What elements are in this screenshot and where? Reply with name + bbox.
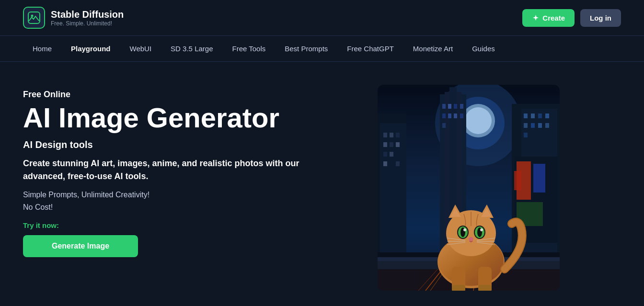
hero-title: AI Image Generator bbox=[23, 103, 358, 133]
svg-point-6 bbox=[465, 107, 492, 134]
main-nav: Home Playground WebUI SD 3.5 Large Free … bbox=[0, 35, 644, 62]
svg-rect-39 bbox=[531, 113, 535, 118]
hero-subtitle: AI Design tools bbox=[23, 139, 358, 150]
header-left: Stable Diffusion Free. Simple. Unlimited… bbox=[23, 7, 124, 29]
free-online-label: Free Online bbox=[23, 90, 358, 100]
hero-image bbox=[378, 85, 560, 291]
svg-rect-22 bbox=[442, 104, 446, 109]
hero-text: Free Online AI Image Generator AI Design… bbox=[23, 85, 358, 257]
brand-tagline: Free. Simple. Unlimited! bbox=[51, 20, 124, 27]
svg-rect-16 bbox=[390, 152, 393, 157]
main-content: Free Online AI Image Generator AI Design… bbox=[0, 62, 644, 291]
svg-rect-14 bbox=[396, 142, 400, 147]
brand-text: Stable Diffusion Free. Simple. Unlimited… bbox=[51, 9, 124, 27]
svg-rect-60 bbox=[452, 285, 465, 291]
header-right: Create Log in bbox=[522, 9, 621, 27]
svg-rect-9 bbox=[383, 133, 387, 137]
svg-rect-15 bbox=[383, 152, 387, 157]
svg-point-73 bbox=[463, 228, 466, 231]
svg-rect-17 bbox=[383, 161, 387, 166]
svg-rect-24 bbox=[454, 104, 457, 109]
header: Stable Diffusion Free. Simple. Unlimited… bbox=[0, 0, 644, 35]
nav-item-playground[interactable]: Playground bbox=[61, 36, 120, 61]
hero-description: Create stunning AI art, images, anime, a… bbox=[23, 157, 301, 183]
svg-rect-28 bbox=[454, 113, 457, 118]
svg-point-75 bbox=[469, 237, 473, 241]
svg-rect-12 bbox=[383, 142, 387, 147]
hero-image-container bbox=[378, 85, 560, 291]
svg-rect-41 bbox=[545, 113, 549, 118]
svg-rect-23 bbox=[448, 104, 451, 109]
nav-item-freetools[interactable]: Free Tools bbox=[223, 36, 276, 61]
svg-rect-44 bbox=[538, 123, 542, 128]
nav-list: Home Playground WebUI SD 3.5 Large Free … bbox=[23, 36, 621, 61]
svg-rect-45 bbox=[524, 133, 528, 137]
svg-rect-38 bbox=[524, 113, 528, 118]
svg-rect-43 bbox=[531, 123, 535, 128]
svg-rect-61 bbox=[478, 285, 492, 291]
nav-item-webui[interactable]: WebUI bbox=[120, 36, 161, 61]
nav-item-sd35large[interactable]: SD 3.5 Large bbox=[161, 36, 222, 61]
svg-rect-30 bbox=[460, 113, 463, 118]
generate-button[interactable]: Generate Image bbox=[23, 235, 138, 257]
svg-rect-42 bbox=[524, 123, 528, 128]
svg-rect-35 bbox=[533, 164, 545, 193]
nav-item-home[interactable]: Home bbox=[23, 36, 61, 61]
hero-nocost: No Cost! bbox=[23, 203, 358, 212]
svg-rect-26 bbox=[442, 113, 446, 118]
nav-item-freechatgpt[interactable]: Free ChatGPT bbox=[337, 36, 403, 61]
svg-rect-25 bbox=[460, 104, 463, 109]
brand-name: Stable Diffusion bbox=[51, 9, 124, 20]
nav-item-monetizeart[interactable]: Monetize Art bbox=[403, 36, 462, 61]
hero-tagline: Simple Prompts, Unlimited Creativity! bbox=[23, 191, 358, 199]
svg-rect-37 bbox=[514, 171, 521, 190]
svg-rect-13 bbox=[390, 142, 393, 147]
svg-rect-40 bbox=[538, 113, 542, 118]
svg-point-74 bbox=[480, 228, 483, 231]
nav-item-guides[interactable]: Guides bbox=[462, 36, 505, 61]
login-button[interactable]: Log in bbox=[580, 9, 621, 27]
svg-rect-18 bbox=[396, 161, 400, 166]
logo-icon bbox=[23, 7, 45, 29]
create-button[interactable]: Create bbox=[522, 9, 575, 27]
svg-rect-10 bbox=[390, 133, 393, 137]
svg-rect-29 bbox=[442, 123, 446, 128]
nav-item-bestprompts[interactable]: Best Prompts bbox=[275, 36, 337, 61]
svg-point-1 bbox=[31, 15, 34, 17]
try-now-label: Try it now: bbox=[23, 221, 358, 229]
svg-rect-11 bbox=[396, 133, 400, 137]
svg-rect-46 bbox=[545, 123, 549, 128]
svg-rect-27 bbox=[448, 113, 451, 118]
